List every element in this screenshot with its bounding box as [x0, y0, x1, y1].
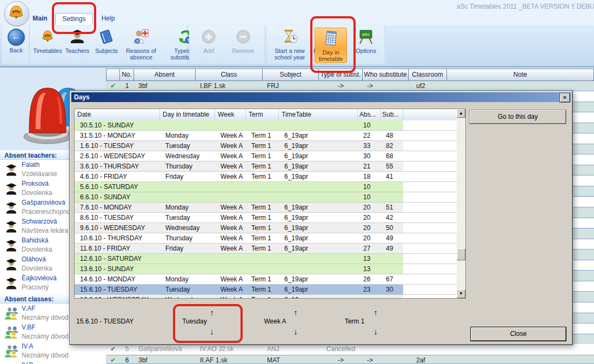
col-date[interactable]: Date — [75, 109, 160, 120]
absent-class-item[interactable]: IV.B — [0, 361, 106, 364]
day-row-band: 1.6.10 - TUESDAYTuesdayWeek ATerm 16_19a… — [75, 141, 403, 151]
day-row[interactable]: 2.6.10 - WEDNESDAYWednesdayWeek ATerm 16… — [75, 151, 457, 161]
term-down-arrow[interactable]: ↓ — [371, 327, 380, 336]
teachers-button[interactable]: Teachers — [64, 26, 91, 63]
day-cell: 27 — [358, 244, 381, 253]
col-timetable[interactable]: TimeTable — [279, 109, 358, 120]
day-cell: 14.6.10 - MONDAY — [75, 274, 160, 284]
column-subject[interactable]: Subject — [263, 69, 319, 81]
day-cell: Week A — [215, 274, 246, 284]
day-cell: 6_19apr — [279, 151, 358, 161]
svg-text:asc: asc — [14, 11, 18, 14]
ribbon-group-tools: Start a new school year Backup Day in ti… — [267, 25, 385, 64]
scroll-down-icon[interactable]: ▼ — [457, 289, 465, 298]
cell: 5 — [120, 344, 134, 355]
cell: 2af — [409, 355, 447, 363]
substitution-row[interactable]: ✔63bfII.AF 1.skMAT->->2af — [106, 355, 594, 364]
bell-icon: asc — [39, 28, 56, 46]
tab-help[interactable]: Help — [98, 13, 118, 24]
cell: ANJ — [263, 344, 319, 355]
cell: FRJ — [263, 81, 319, 91]
day-cell: 51 — [381, 203, 403, 212]
app-logo-button[interactable]: asc — [4, 1, 29, 26]
week-down-arrow[interactable]: ↓ — [291, 327, 300, 336]
term-up-arrow[interactable]: ↑ — [371, 308, 380, 317]
timetables-button[interactable]: asc Timetables — [32, 26, 63, 63]
cell — [447, 344, 594, 355]
substitution-row[interactable]: ✔5GašparovièováIV.AO J2.skANJCancelled — [106, 344, 594, 355]
day-row[interactable]: 16.6.10 - WEDNESDAYWednesdayWeek ATerm 1… — [75, 295, 457, 298]
day-down-arrow[interactable]: ↓ — [208, 327, 216, 336]
go-to-this-day-button[interactable]: Go to this day — [470, 110, 566, 124]
day-in-timetable-button[interactable]: Day in timetable — [315, 28, 347, 63]
day-row[interactable]: 15.6.10 - TUESDAYTuesdayWeek ATerm 16_19… — [75, 285, 457, 295]
day-cell: 13 — [358, 264, 381, 274]
cell: 6 — [120, 355, 134, 363]
back-button[interactable]: ← Back — [4, 26, 28, 63]
day-cell: Thursday — [160, 233, 215, 243]
day-row[interactable]: 31.5.10 - MONDAYMondayWeek ATerm 16_19ap… — [75, 131, 457, 141]
col-sub[interactable]: Sub... — [381, 109, 403, 120]
day-row-band: 31.5.10 - MONDAYMondayWeek ATerm 16_19ap… — [75, 131, 403, 141]
item-reason: Neznámy dôvod — [22, 314, 69, 321]
day-cell: Friday — [160, 172, 215, 181]
day-row[interactable]: 8.6.10 - TUESDAYTuesdayWeek ATerm 16_19a… — [75, 213, 457, 223]
scroll-up-icon[interactable]: ▲ — [457, 109, 465, 118]
day-row-filler — [403, 264, 457, 274]
day-row[interactable]: 13.6.10 - SUNDAY13 — [75, 264, 457, 274]
day-row[interactable]: 11.6.10 - FRIDAYFridayWeek ATerm 16_19ap… — [75, 244, 457, 254]
day-cell: 9.6.10 - WEDNESDAY — [75, 223, 160, 233]
day-cell: Week A — [215, 203, 246, 212]
dialog-titlebar[interactable]: Days ✕ — [71, 92, 571, 102]
tab-settings[interactable]: Settings — [55, 13, 93, 25]
day-row[interactable]: 14.6.10 - MONDAYMondayWeek ATerm 16_19ap… — [75, 274, 457, 285]
column-who[interactable]: Who substitute — [363, 69, 409, 81]
col-term[interactable]: Term — [246, 109, 279, 120]
column-type[interactable]: Type of subst. — [319, 69, 363, 81]
day-row[interactable]: 10.6.10 - THURSDAYThursdayWeek ATerm 16_… — [75, 233, 457, 244]
subjects-button[interactable]: Subjects — [93, 26, 120, 63]
day-row[interactable]: 4.6.10 - FRIDAYFridayWeek ATerm 16_19apr… — [75, 172, 457, 182]
day-cell — [246, 120, 279, 130]
book-icon — [98, 28, 115, 46]
day-up-arrow[interactable]: ↑ — [208, 308, 216, 317]
item-reason: Návšteva lekára - — [22, 227, 72, 234]
col-day-in-timetable[interactable]: Day in timetable — [160, 109, 215, 120]
day-cell: Week A — [215, 233, 246, 243]
day-cell: Tuesday — [160, 141, 215, 151]
day-cell: 20 — [358, 233, 381, 243]
day-row[interactable]: 7.6.10 - MONDAYMondayWeek ATerm 16_19apr… — [75, 203, 457, 213]
day-row[interactable]: 30.5.10 - SUNDAY10 — [75, 120, 457, 131]
day-row[interactable]: 3.6.10 - THURSDAYThursdayWeek ATerm 16_1… — [75, 161, 457, 172]
day-row[interactable]: 9.6.10 - WEDNESDAYWednesdayWeek ATerm 16… — [75, 223, 457, 233]
day-row[interactable]: 5.6.10 - SATURDAY10 — [75, 182, 457, 192]
ribbon-group-edit: Add Remove — [189, 25, 265, 64]
cell — [363, 344, 409, 355]
close-button[interactable]: Close — [471, 327, 566, 341]
start-new-school-year-button[interactable]: Start a new school year — [268, 26, 311, 63]
options-button[interactable]: abc Options — [349, 26, 383, 63]
week-up-arrow[interactable]: ↑ — [291, 308, 300, 317]
day-cell: 5.6.10 - SATURDAY — [75, 182, 160, 192]
add-button[interactable]: Add — [193, 26, 224, 63]
column-no[interactable]: No. — [120, 69, 134, 81]
tab-main[interactable]: Main — [30, 13, 50, 24]
scrollbar-thumb[interactable] — [457, 248, 465, 260]
remove-button[interactable]: Remove — [226, 26, 261, 63]
days-list-scrollbar[interactable]: ▲ ▼ — [457, 109, 465, 298]
column-absent[interactable]: Absent — [134, 69, 196, 81]
day-row[interactable]: 12.6.10 - SATURDAY13 — [75, 254, 457, 264]
day-row[interactable]: 6.6.10 - SUNDAY10 — [75, 192, 457, 203]
column-note[interactable]: Note — [447, 69, 594, 81]
column-classroom[interactable]: Classroom — [409, 69, 447, 81]
day-cell: 33 — [358, 141, 381, 151]
day-cell: Term 1 — [246, 203, 279, 212]
dialog-close-icon[interactable]: ✕ — [560, 93, 570, 102]
col-abs[interactable]: Abs... — [358, 109, 381, 120]
column-class[interactable]: Class — [196, 69, 263, 81]
cell: -> — [363, 81, 409, 91]
col-week[interactable]: Week — [215, 109, 246, 120]
day-row[interactable]: 1.6.10 - TUESDAYTuesdayWeek ATerm 16_19a… — [75, 141, 457, 151]
reasons-of-absence-button[interactable]: ? Reasons of absence — [121, 26, 161, 63]
selected-term-value: Term 1 — [336, 318, 373, 325]
